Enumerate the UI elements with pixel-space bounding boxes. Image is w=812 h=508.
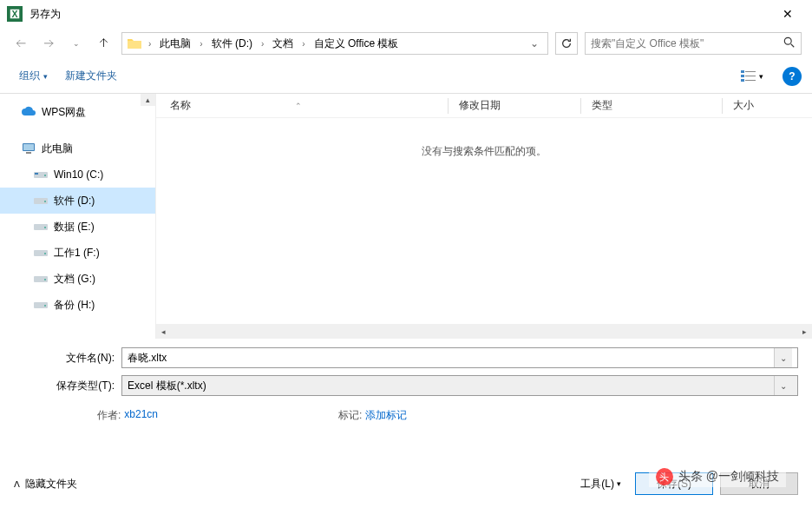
address-bar[interactable]: › 此电脑 › 软件 (D:) › 文档 › 自定义 Office 模板 ⌄ xyxy=(121,32,548,55)
tree-item-drive-f[interactable]: 工作1 (F:) xyxy=(0,240,155,266)
breadcrumb-item[interactable]: 软件 (D:) xyxy=(208,35,256,53)
filetype-select[interactable]: Excel 模板(*.xltx) ⌄ xyxy=(121,375,798,396)
svg-rect-12 xyxy=(26,152,31,154)
app-icon: X xyxy=(7,6,23,22)
details-view-icon xyxy=(741,70,756,82)
tree-label: 文档 (G:) xyxy=(54,272,95,287)
cloud-icon xyxy=(21,105,36,119)
scroll-right-button[interactable]: ▸ xyxy=(797,324,812,339)
drive-icon xyxy=(33,246,49,260)
tools-button[interactable]: 工具(L) ▾ xyxy=(573,473,628,495)
navigation-tree: ▴ WPS网盘 此电脑 Win10 (C:) 软件 (D:) 数据 (E:) 工… xyxy=(0,94,156,339)
chevron-right-icon[interactable]: › xyxy=(256,39,269,49)
watermark-text: 头条 @一剑倾科技 xyxy=(678,469,779,485)
drive-icon xyxy=(33,298,49,312)
column-type[interactable]: 类型 xyxy=(592,98,722,113)
tree-item-drive-g[interactable]: 文档 (G:) xyxy=(0,266,155,292)
column-modified[interactable]: 修改日期 xyxy=(459,98,580,113)
svg-rect-11 xyxy=(23,144,34,150)
tree-item-wps[interactable]: WPS网盘 xyxy=(0,99,155,125)
tree-label: Win10 (C:) xyxy=(54,168,103,181)
tree-item-drive-e[interactable]: 数据 (E:) xyxy=(0,214,155,240)
recent-dropdown[interactable]: ⌄ xyxy=(66,33,87,54)
author-label: 作者: xyxy=(97,408,121,423)
search-icon[interactable] xyxy=(783,36,796,51)
svg-rect-4 xyxy=(741,70,744,73)
tags-label: 标记: xyxy=(338,408,362,423)
watermark-overlay: 头 头条 @一剑倾科技 xyxy=(649,466,786,487)
scroll-left-button[interactable]: ◂ xyxy=(156,324,171,339)
svg-line-3 xyxy=(791,43,795,47)
filename-dropdown[interactable]: ⌄ xyxy=(774,348,792,367)
svg-rect-6 xyxy=(741,75,744,77)
toolbar: 组织 ▾ 新建文件夹 ▾ ? xyxy=(0,59,812,94)
close-button[interactable]: ✕ xyxy=(770,2,805,26)
tree-label: 此电脑 xyxy=(42,142,73,156)
column-headers: 名称 ⌃ 修改日期 类型 大小 xyxy=(156,94,812,118)
chevron-right-icon[interactable]: › xyxy=(143,39,156,49)
forward-button[interactable]: 🡢 xyxy=(38,33,59,54)
empty-message: 没有与搜索条件匹配的项。 xyxy=(156,118,812,185)
svg-point-2 xyxy=(784,37,791,44)
filename-label: 文件名(N): xyxy=(52,351,121,366)
author-value[interactable]: xb21cn xyxy=(124,408,158,423)
svg-point-15 xyxy=(44,175,46,176)
drive-icon xyxy=(33,194,49,208)
search-box[interactable] xyxy=(585,32,802,55)
window-title: 另存为 xyxy=(29,7,770,22)
svg-point-25 xyxy=(44,305,46,307)
tags-value[interactable]: 添加标记 xyxy=(365,408,407,423)
tree-item-drive-c[interactable]: Win10 (C:) xyxy=(0,162,155,188)
refresh-button[interactable] xyxy=(555,32,578,55)
tree-item-drive-h[interactable]: 备份 (H:) xyxy=(0,292,155,318)
folder-icon xyxy=(126,35,143,52)
breadcrumb-item[interactable]: 文档 xyxy=(269,35,297,53)
tree-item-drive-d[interactable]: 软件 (D:) xyxy=(0,188,155,214)
navigation-bar: 🡠 🡢 ⌄ 🡡 › 此电脑 › 软件 (D:) › 文档 › 自定义 Offic… xyxy=(0,28,812,59)
tree-label: 备份 (H:) xyxy=(54,298,95,313)
drive-icon xyxy=(33,220,49,234)
scroll-up-button[interactable]: ▴ xyxy=(141,94,155,106)
svg-rect-5 xyxy=(745,71,756,72)
breadcrumb-item[interactable]: 自定义 Office 模板 xyxy=(311,35,403,53)
help-button[interactable]: ? xyxy=(783,67,802,86)
svg-rect-14 xyxy=(35,173,38,175)
organize-button[interactable]: 组织 ▾ xyxy=(10,65,56,87)
svg-rect-9 xyxy=(745,80,756,81)
tree-label: WPS网盘 xyxy=(42,105,86,120)
new-folder-button[interactable]: 新建文件夹 xyxy=(56,65,126,87)
tree-item-this-pc[interactable]: 此电脑 xyxy=(0,135,155,162)
drive-icon xyxy=(33,272,49,286)
svg-point-17 xyxy=(44,201,46,202)
drive-icon xyxy=(33,168,49,181)
view-mode-button[interactable]: ▾ xyxy=(736,69,769,84)
chevron-down-icon: ▾ xyxy=(43,72,48,81)
pc-icon xyxy=(21,142,36,155)
tree-label: 工作1 (F:) xyxy=(54,246,100,261)
back-button[interactable]: 🡠 xyxy=(10,33,31,54)
chevron-down-icon: ▾ xyxy=(759,72,763,81)
svg-point-21 xyxy=(44,253,46,254)
filetype-dropdown[interactable]: ⌄ xyxy=(774,376,792,395)
up-button[interactable]: 🡡 xyxy=(94,33,115,54)
svg-point-19 xyxy=(44,227,46,228)
hide-folders-button[interactable]: ᐱ 隐藏文件夹 xyxy=(14,477,77,492)
column-name[interactable]: 名称 ⌃ xyxy=(170,98,448,113)
svg-rect-7 xyxy=(745,76,756,76)
svg-point-23 xyxy=(44,279,46,280)
sort-indicator-icon: ⌃ xyxy=(295,102,302,110)
svg-text:X: X xyxy=(11,9,17,19)
watermark-icon: 头 xyxy=(656,468,673,485)
column-size[interactable]: 大小 xyxy=(733,98,812,113)
file-list-area: 名称 ⌃ 修改日期 类型 大小 没有与搜索条件匹配的项。 ◂ ▸ xyxy=(156,94,812,339)
chevron-right-icon[interactable]: › xyxy=(194,39,207,49)
main-area: ▴ WPS网盘 此电脑 Win10 (C:) 软件 (D:) 数据 (E:) 工… xyxy=(0,94,812,339)
breadcrumb-item[interactable]: 此电脑 xyxy=(156,35,194,53)
titlebar: X 另存为 ✕ xyxy=(0,0,812,28)
chevron-right-icon[interactable]: › xyxy=(297,39,310,49)
horizontal-scrollbar[interactable]: ◂ ▸ xyxy=(156,324,812,339)
filename-input[interactable]: 春晓.xltx ⌄ xyxy=(121,347,798,368)
breadcrumb: › 此电脑 › 软件 (D:) › 文档 › 自定义 Office 模板 xyxy=(143,35,403,53)
address-dropdown[interactable]: ⌄ xyxy=(525,37,544,49)
search-input[interactable] xyxy=(591,37,783,49)
